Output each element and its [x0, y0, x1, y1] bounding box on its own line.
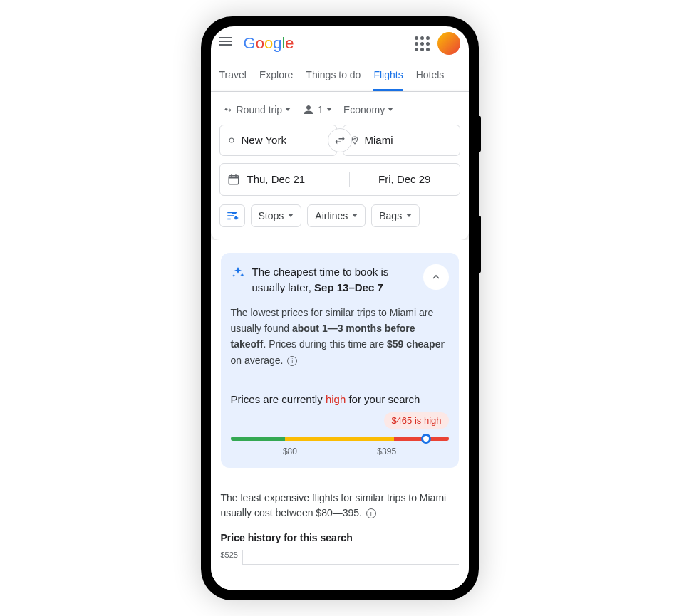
app-header: Google	[211, 26, 469, 61]
trip-type-label: Round trip	[237, 104, 283, 115]
price-footer-card: The least expensive flights for similar …	[221, 468, 459, 565]
destination-input[interactable]	[343, 125, 460, 156]
menu-icon[interactable]	[219, 35, 237, 52]
swap-locations-button[interactable]	[328, 128, 352, 152]
insight-body: The lowest prices for similar trips to M…	[231, 305, 449, 369]
avatar[interactable]	[437, 32, 460, 55]
price-marker	[421, 434, 431, 444]
info-icon[interactable]: i	[287, 356, 297, 366]
price-history-chart: $525	[221, 550, 459, 565]
chevron-up-icon	[430, 271, 442, 283]
cabin-label: Economy	[343, 104, 385, 115]
tab-things[interactable]: Things to do	[306, 61, 361, 91]
nav-tabs: Travel Explore Things to do Flights Hote…	[211, 61, 469, 92]
collapse-button[interactable]	[423, 264, 449, 290]
trip-type-select[interactable]: Round trip	[222, 104, 291, 115]
origin-field[interactable]	[242, 134, 329, 146]
chevron-down-icon	[288, 214, 294, 217]
tab-hotels[interactable]: Hotels	[416, 61, 445, 91]
price-range-bar	[231, 437, 449, 441]
insight-headline: The cheapest time to book is usually lat…	[252, 264, 416, 296]
tab-flights[interactable]: Flights	[373, 61, 403, 91]
results-content: The cheapest time to book is usually lat…	[211, 240, 469, 590]
search-panel: Round trip 1 Economy	[211, 92, 469, 240]
destination-field[interactable]	[365, 134, 452, 146]
svg-point-1	[353, 138, 356, 140]
price-insight-card: The cheapest time to book is usually lat…	[221, 253, 459, 468]
cabin-select[interactable]: Economy	[343, 104, 393, 115]
svg-rect-2	[229, 175, 239, 184]
svg-point-0	[229, 137, 234, 142]
chevron-down-icon	[406, 214, 412, 217]
passenger-count: 1	[318, 104, 323, 115]
tab-explore[interactable]: Explore	[259, 61, 293, 91]
price-range-text: The least expensive flights for similar …	[221, 491, 459, 521]
info-icon[interactable]: i	[366, 508, 376, 518]
depart-date: Thu, Dec 21	[247, 173, 343, 185]
tune-icon	[226, 209, 239, 222]
google-logo[interactable]: Google	[244, 34, 294, 53]
price-bar-labels: $80$395	[231, 447, 449, 456]
price-badge: $465 is high	[384, 412, 448, 429]
return-date: Fri, Dec 29	[357, 173, 452, 185]
origin-input[interactable]	[219, 125, 337, 156]
passenger-select[interactable]: 1	[302, 103, 332, 116]
chevron-down-icon	[326, 108, 332, 111]
apps-icon[interactable]	[413, 35, 430, 52]
chevron-down-icon	[388, 108, 393, 111]
swap-horiz-icon	[333, 134, 346, 147]
calendar-icon	[227, 173, 240, 186]
chevron-down-icon	[285, 108, 291, 111]
person-icon	[302, 103, 315, 116]
chevron-down-icon	[352, 214, 358, 217]
all-filters-button[interactable]	[219, 204, 245, 227]
tab-travel[interactable]: Travel	[219, 61, 247, 91]
swap-vert-icon	[222, 105, 234, 115]
filter-airlines[interactable]: Airlines	[307, 204, 366, 227]
price-status-text: Prices are currently high for your searc…	[231, 392, 449, 408]
price-history-title: Price history for this search	[221, 532, 459, 543]
filter-stops[interactable]: Stops	[251, 204, 302, 227]
sparkle-icon	[231, 266, 245, 280]
filter-bags[interactable]: Bags	[371, 204, 420, 227]
date-picker[interactable]: Thu, Dec 21 Fri, Dec 29	[219, 163, 460, 196]
circle-icon	[227, 135, 236, 145]
